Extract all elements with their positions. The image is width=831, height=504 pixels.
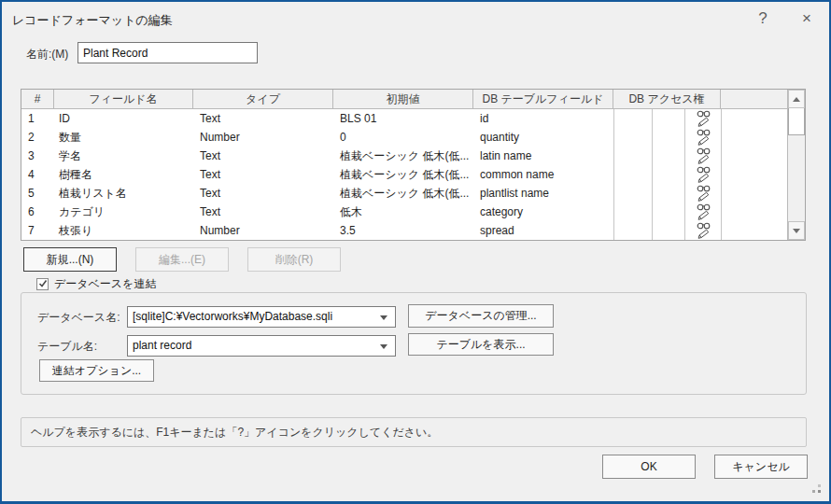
cell-db-access[interactable] (684, 109, 721, 128)
cell-number: 1 (21, 109, 54, 128)
glasses-pencil-read-write-icon (697, 222, 711, 239)
table-row[interactable]: 3 学名 Text 植栽ベーシック 低木(低... latin name (21, 147, 787, 165)
triangle-down-icon (793, 229, 800, 233)
table-row[interactable]: 2 数量 Number 0 quantity (21, 128, 787, 147)
column-header-blank (721, 90, 787, 108)
cell-type: Text (193, 109, 333, 128)
chevron-down-icon (380, 315, 387, 320)
cell-db-access[interactable] (684, 165, 721, 184)
new-button[interactable]: 新規...(N) (23, 247, 117, 272)
name-field-label: 名前:(M) (26, 47, 68, 63)
cell-default-value: 低木 (333, 203, 473, 221)
table-row[interactable]: 1 ID Text BLS 01 id (21, 109, 787, 128)
table-name-label: テーブル名: (37, 339, 97, 355)
help-icon[interactable]: ? (751, 7, 775, 30)
cell-field-name: 数量 (54, 128, 193, 147)
column-header-number[interactable]: # (21, 90, 54, 108)
cell-db-access-spacer-1 (613, 184, 652, 203)
scroll-up-button[interactable] (788, 90, 805, 108)
cell-default-value: 0 (333, 128, 473, 147)
link-database-label: データベースを連結 (54, 276, 156, 292)
cell-db-access-spacer-2 (652, 221, 684, 240)
checkmark-icon (38, 279, 48, 288)
dialog-title: レコードフォーマットの編集 (12, 12, 173, 29)
glasses-pencil-read-write-icon (697, 147, 711, 164)
cell-field-name: 枝張り (54, 221, 193, 240)
database-name-value: [sqlite]C:¥Vectorworks¥MyDatabase.sqli (133, 310, 332, 323)
cell-db-access[interactable] (684, 221, 721, 240)
cell-db-access[interactable] (684, 147, 721, 165)
cell-db-access-spacer-1 (613, 109, 652, 128)
cell-blank (721, 128, 787, 147)
column-header-field-name[interactable]: フィールド名 (54, 90, 193, 108)
column-header-type[interactable]: タイプ (193, 90, 333, 108)
field-table: # フィールド名 タイプ 初期値 DB テーブルフィールド DB アクセス権 1… (21, 89, 806, 241)
cell-db-field: category (473, 203, 613, 221)
cell-blank (721, 184, 787, 203)
scroll-down-button[interactable] (788, 221, 805, 240)
link-database-checkbox-row[interactable]: データベースを連結 (32, 276, 161, 291)
edit-record-format-dialog: レコードフォーマットの編集 ? × 名前:(M) # フィールド名 タイプ 初期… (0, 0, 831, 504)
cell-db-access-spacer-1 (613, 165, 652, 184)
cell-number: 5 (21, 184, 54, 203)
field-table-body: 1 ID Text BLS 01 id (21, 109, 787, 240)
table-row[interactable]: 7 枝張り Number 3.5 spread (21, 221, 787, 240)
cell-db-field: plantlist name (473, 184, 613, 203)
close-icon[interactable]: × (795, 7, 819, 30)
cell-blank (721, 221, 787, 240)
cell-db-access[interactable] (684, 128, 721, 147)
link-options-button[interactable]: 連結オプション... (39, 359, 154, 382)
glasses-pencil-read-write-icon (697, 203, 711, 220)
show-table-button[interactable]: テーブルを表示... (408, 333, 554, 356)
cell-type: Text (193, 165, 333, 184)
database-name-select[interactable]: [sqlite]C:¥Vectorworks¥MyDatabase.sqli (127, 306, 396, 328)
cell-db-access-spacer-1 (613, 203, 652, 221)
ok-button[interactable]: OK (602, 455, 696, 479)
column-header-default-value[interactable]: 初期値 (333, 90, 473, 108)
cell-default-value: 植栽ベーシック 低木(低... (333, 184, 473, 203)
cell-number: 3 (21, 147, 54, 165)
table-name-select[interactable]: plant record (127, 335, 396, 357)
scrollbar-thumb[interactable] (788, 108, 805, 135)
link-database-checkbox[interactable] (36, 278, 49, 290)
scrollbar-track[interactable] (788, 135, 805, 221)
column-header-db-field[interactable]: DB テーブルフィールド (473, 90, 613, 108)
cell-field-name: 植栽リスト名 (54, 184, 193, 203)
delete-button[interactable]: 削除(R) (247, 247, 341, 272)
cell-db-field: spread (473, 221, 613, 240)
cell-db-access[interactable] (684, 184, 721, 203)
cell-type: Text (193, 147, 333, 165)
cell-db-field: common name (473, 165, 613, 184)
cell-default-value: 植栽ベーシック 低木(低... (333, 165, 473, 184)
cell-db-access-spacer-2 (652, 184, 684, 203)
manage-database-button[interactable]: データベースの管理... (408, 304, 554, 328)
cell-default-value: BLS 01 (333, 109, 473, 128)
cell-number: 4 (21, 165, 54, 184)
field-table-main: # フィールド名 タイプ 初期値 DB テーブルフィールド DB アクセス権 1… (21, 90, 787, 240)
cell-db-access-spacer-2 (652, 203, 684, 221)
cell-type: Text (193, 203, 333, 221)
resize-grip-icon[interactable] (812, 484, 821, 493)
cell-db-access-spacer-2 (652, 147, 684, 165)
help-text: ヘルプを表示するには、F1キーまたは「?」アイコンをクリックしてください。 (31, 425, 438, 441)
table-row[interactable]: 4 樹種名 Text 植栽ベーシック 低木(低... common name (21, 165, 787, 184)
cell-db-field: latin name (473, 147, 613, 165)
cell-default-value: 3.5 (333, 221, 473, 240)
table-row[interactable]: 6 カテゴリ Text 低木 category (21, 203, 787, 221)
cell-number: 2 (21, 128, 54, 147)
name-input[interactable] (77, 42, 258, 63)
cell-type: Number (193, 128, 333, 147)
cell-field-name: ID (54, 109, 193, 128)
cell-db-field: quantity (473, 128, 613, 147)
cell-number: 6 (21, 203, 54, 221)
edit-button[interactable]: 編集...(E) (135, 247, 229, 272)
column-header-db-access[interactable]: DB アクセス権 (613, 90, 721, 108)
cell-blank (721, 165, 787, 184)
cell-blank (721, 203, 787, 221)
table-row[interactable]: 5 植栽リスト名 Text 植栽ベーシック 低木(低... plantlist … (21, 184, 787, 203)
cell-db-access-spacer-2 (652, 165, 684, 184)
cell-db-access-spacer-1 (613, 221, 652, 240)
cell-db-access[interactable] (684, 203, 721, 221)
cancel-button[interactable]: キャンセル (714, 455, 808, 479)
table-vertical-scrollbar[interactable] (787, 90, 805, 240)
